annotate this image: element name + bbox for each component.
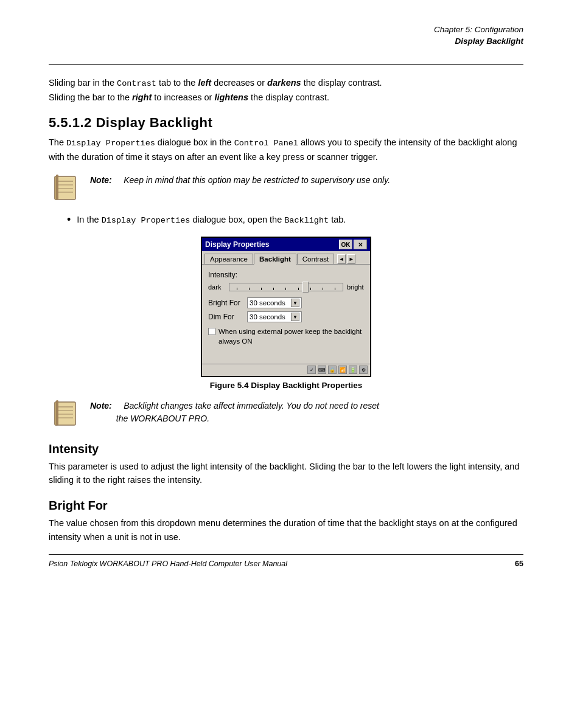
dialog-title: Display Properties xyxy=(205,240,269,249)
note-1-spacer xyxy=(114,175,122,185)
note-2-content-2: the WORKABOUT PRO. xyxy=(116,414,209,423)
section-intro-para: The Display Properties dialogue box in t… xyxy=(49,136,523,164)
note-block-2: Note: Backlight changes take affect imme… xyxy=(49,397,523,430)
note-2-content-1: Backlight changes take affect immediatel… xyxy=(124,401,379,411)
bullet-t1: In the xyxy=(77,215,101,224)
footer-left-text: Psion Teklogix WORKABOUT PRO Hand-Held C… xyxy=(49,560,287,568)
right-ref: right xyxy=(132,92,152,102)
bright-for-arrow-icon: ▼ xyxy=(291,299,299,307)
intro-paragraph: Sliding bar in the Contrast tab to the l… xyxy=(49,76,523,104)
intensity-slider-row: dark xyxy=(208,283,364,291)
page: Chapter 5: Configuration Display Backlig… xyxy=(0,0,566,586)
intro-text3: decreases or xyxy=(211,78,267,88)
tick-6 xyxy=(298,288,299,290)
section-heading: 5.5.1.2 Display Backlight xyxy=(49,115,523,131)
tab-scroll-arrows: ◄ ► xyxy=(337,254,355,264)
bullet-item-1: • In the Display Properties dialogue box… xyxy=(67,213,523,227)
dim-for-row: Dim For 30 seconds ▼ xyxy=(208,311,364,322)
taskbar-icon-1: ✓ xyxy=(307,366,316,374)
note-1-label: Note: xyxy=(90,175,112,185)
taskbar-icon-2: ⌨ xyxy=(318,366,326,374)
tick-7 xyxy=(310,288,311,290)
control-panel-ref: Control Panel xyxy=(234,139,298,148)
intensity-label: Intensity: xyxy=(208,271,364,279)
dialog-close-button[interactable]: ✕ xyxy=(354,240,367,249)
tab-left-arrow[interactable]: ◄ xyxy=(337,254,346,264)
display-props-ref1: Display Properties xyxy=(66,139,155,148)
dim-for-dropdown[interactable]: 30 seconds ▼ xyxy=(247,311,302,322)
tick-2 xyxy=(249,288,250,290)
bright-for-dropdown[interactable]: 30 seconds ▼ xyxy=(247,297,302,308)
dialog-ok-button[interactable]: OK xyxy=(339,240,352,249)
chapter-line: Chapter 5: Configuration xyxy=(49,24,523,36)
dialog-titlebar: Display Properties OK ✕ xyxy=(202,238,370,251)
backlight-tab-ref: Backlight xyxy=(284,216,329,225)
intro-text7: the display contrast. xyxy=(248,92,329,102)
tick-3 xyxy=(261,288,262,290)
tick-4 xyxy=(273,288,274,290)
dark-label: dark xyxy=(208,283,225,291)
contrast-tab-ref: Contrast xyxy=(117,79,156,88)
darkens-ref: darkens xyxy=(267,78,301,88)
page-footer: Psion Teklogix WORKABOUT PRO Hand-Held C… xyxy=(0,560,566,568)
bright-for-heading: Bright For xyxy=(49,499,523,513)
bullet-t2: dialogue box, open the xyxy=(190,215,284,224)
dialog-title-buttons: OK ✕ xyxy=(339,240,367,249)
note-icon-1 xyxy=(49,172,82,204)
dialog-tabs: Appearance Backlight Contrast ◄ ► xyxy=(202,251,370,264)
tick-5 xyxy=(285,288,286,290)
intensity-para: This parameter is used to adjust the lig… xyxy=(49,460,523,487)
dim-for-arrow-icon: ▼ xyxy=(291,313,299,321)
footer-divider xyxy=(49,554,523,555)
dialog-content: Intensity: dark xyxy=(202,264,370,363)
note-icon-2 xyxy=(49,397,82,430)
section-intro-t2: dialogue box in the xyxy=(155,137,234,147)
tab-backlight[interactable]: Backlight xyxy=(254,254,296,265)
lightens-ref: lightens xyxy=(214,92,248,102)
tab-appearance[interactable]: Appearance xyxy=(204,254,253,264)
dialog-screenshot-wrapper: Display Properties OK ✕ Appearance Backl… xyxy=(49,237,523,389)
bullet-dot-1: • xyxy=(67,213,71,227)
left-ref: left xyxy=(198,78,211,88)
book-svg-icon xyxy=(50,173,80,203)
section-title-header: Display Backlight xyxy=(49,36,523,47)
tick-8 xyxy=(323,288,323,290)
slider-ticks xyxy=(229,288,343,290)
section-intro-t1: The xyxy=(49,137,66,147)
dim-for-value: 30 seconds xyxy=(250,313,285,321)
footer-page-number: 65 xyxy=(515,560,523,568)
intensity-slider-track[interactable] xyxy=(229,283,343,291)
taskbar-icon-6: ⚙ xyxy=(359,366,368,374)
note-2-content-indent xyxy=(90,414,114,423)
taskbar-icon-4: 📶 xyxy=(338,366,347,374)
bullet-t3: tab. xyxy=(329,215,346,224)
dialog-taskbar: ✓ ⌨ 🔒 📶 🔋 ⚙ xyxy=(202,364,370,376)
always-on-checkbox-row: When using external power keep the backl… xyxy=(208,327,364,346)
bright-for-para: The value chosen from this dropdown menu… xyxy=(49,516,523,544)
note-2-label: Note: xyxy=(90,401,112,411)
bright-label: bright xyxy=(347,283,364,291)
bright-for-label: Bright For xyxy=(208,299,243,307)
note-block-1: Note: Keep in mind that this option may … xyxy=(49,172,523,204)
dialog-box: Display Properties OK ✕ Appearance Backl… xyxy=(201,237,371,376)
always-on-checkbox[interactable] xyxy=(208,328,215,335)
header-divider xyxy=(49,64,523,65)
bright-for-value: 30 seconds xyxy=(250,299,285,307)
note-2-spacer xyxy=(114,401,122,411)
tab-right-arrow[interactable]: ► xyxy=(347,254,355,264)
note-1-content: Keep in mind that this option may be res… xyxy=(124,175,390,185)
note-2-text: Note: Backlight changes take affect imme… xyxy=(90,397,379,425)
bright-for-row: Bright For 30 seconds ▼ xyxy=(208,297,364,308)
display-props-ref2: Display Properties xyxy=(102,216,190,225)
tab-contrast[interactable]: Contrast xyxy=(297,254,334,264)
intro-text1: Sliding bar in the xyxy=(49,78,117,88)
dialog-spacer xyxy=(208,347,364,359)
intro-text2: tab to the xyxy=(156,78,198,88)
note-1-text: Note: Keep in mind that this option may … xyxy=(90,172,390,187)
always-on-label: When using external power keep the backl… xyxy=(218,327,364,346)
intro-text5: Sliding the bar to the xyxy=(49,92,132,102)
dim-for-label: Dim For xyxy=(208,313,243,321)
intensity-heading: Intensity xyxy=(49,442,523,456)
taskbar-icon-3: 🔒 xyxy=(328,366,337,374)
slider-thumb[interactable] xyxy=(302,282,309,293)
